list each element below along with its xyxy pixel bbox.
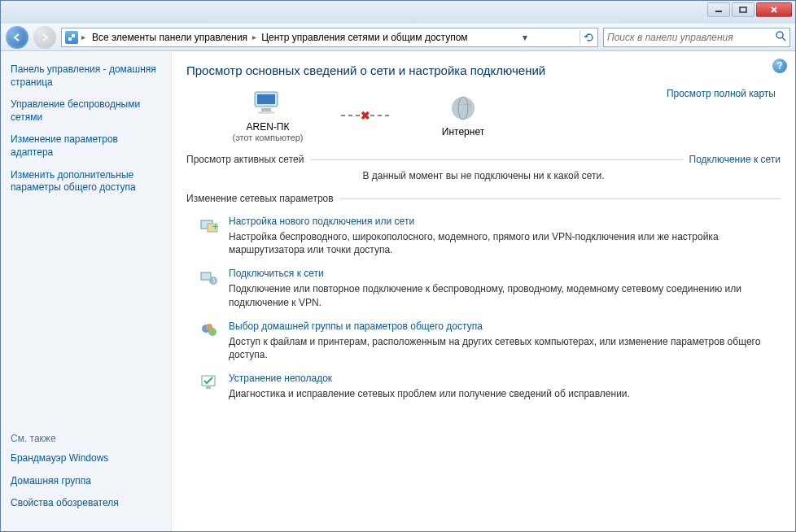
svg-point-17 [206, 324, 212, 330]
task-new-connection-desc: Настройка беспроводного, широкополосного… [229, 230, 781, 256]
task-new-connection-link[interactable]: Настройка нового подключения или сети [229, 216, 781, 227]
close-button[interactable] [756, 2, 792, 17]
firewall-link[interactable]: Брандмауэр Windows [11, 452, 161, 465]
homegroup-icon [199, 321, 219, 340]
control-panel-icon [65, 31, 78, 44]
sidebar-top: Панель управления - домашняя страница Уп… [11, 63, 161, 433]
no-networks-message: В данный момент вы не подключены ни к ка… [186, 170, 781, 181]
task-connect: Подключиться к сети Подключение или повт… [199, 268, 781, 308]
disconnected-icon: ✖ [361, 109, 370, 122]
svg-rect-0 [715, 11, 722, 12]
refresh-button[interactable] [580, 30, 594, 45]
task-troubleshoot-link[interactable]: Устранение неполадок [229, 373, 630, 384]
pc-name: AREN-ПК [247, 121, 290, 133]
history-dropdown-icon[interactable]: ▾ [518, 30, 532, 45]
adapter-settings-link[interactable]: Изменение параметров адаптера [11, 133, 161, 159]
task-troubleshoot-desc: Диагностика и исправление сетевых пробле… [229, 387, 630, 400]
new-connection-icon: + [199, 216, 219, 235]
active-networks-label: Просмотр активных сетей [186, 154, 304, 165]
homegroup-link[interactable]: Домашняя группа [11, 475, 161, 488]
see-also-label: См. также [11, 433, 161, 444]
pc-node: AREN-ПК (этот компьютер) [219, 89, 317, 142]
search-icon[interactable] [775, 30, 786, 44]
connect-icon [199, 268, 219, 287]
connect-to-network-link[interactable]: Подключение к сети [689, 154, 781, 165]
svg-rect-4 [257, 94, 275, 104]
window-buttons [707, 2, 792, 17]
svg-rect-1 [740, 7, 746, 12]
change-settings-label: Изменение сетевых параметров [186, 193, 334, 204]
minimize-button[interactable] [707, 2, 730, 17]
task-connect-link[interactable]: Подключиться к сети [229, 268, 781, 279]
task-troubleshoot: Устранение неполадок Диагностика и испра… [199, 373, 781, 400]
maximize-button[interactable] [732, 2, 754, 17]
change-settings-section: Изменение сетевых параметров [186, 193, 781, 204]
connection-line: ✖ [341, 115, 390, 116]
svg-rect-13 [201, 273, 211, 280]
divider [340, 198, 781, 199]
window: ▸ Все элементы панели управления ▸ Центр… [0, 0, 796, 532]
svg-point-2 [776, 32, 783, 38]
internet-options-link[interactable]: Свойства обозревателя [11, 497, 161, 510]
advanced-sharing-link[interactable]: Изменить дополнительные параметры общего… [11, 169, 161, 194]
task-homegroup-link[interactable]: Выбор домашней группы и параметров общег… [229, 321, 781, 332]
help-icon[interactable]: ? [772, 59, 787, 73]
body: Панель управления - домашняя страница Уп… [1, 51, 795, 531]
internet-node: Интернет [414, 94, 512, 137]
svg-point-7 [452, 97, 475, 120]
internet-label: Интернет [442, 126, 484, 137]
navigation-bar: ▸ Все элементы панели управления ▸ Центр… [1, 24, 795, 51]
manage-wireless-link[interactable]: Управление беспроводными сетями [11, 98, 161, 124]
svg-text:+: + [212, 221, 218, 233]
breadcrumb-all-items[interactable]: Все элементы панели управления [89, 30, 251, 45]
search-input[interactable] [607, 32, 775, 43]
search-box[interactable] [603, 28, 790, 47]
pc-sublabel: (этот компьютер) [232, 133, 303, 142]
task-new-connection: + Настройка нового подключения или сети … [199, 216, 781, 256]
chevron-right-icon: ▸ [252, 33, 256, 41]
svg-rect-6 [258, 111, 274, 114]
chevron-right-icon: ▸ [81, 33, 85, 41]
computer-icon [250, 89, 286, 118]
sidebar: Панель управления - домашняя страница Уп… [1, 52, 172, 531]
task-homegroup: Выбор домашней группы и параметров общег… [199, 321, 781, 361]
task-homegroup-desc: Доступ к файлам и принтерам, расположенн… [229, 335, 781, 361]
svg-rect-5 [261, 108, 271, 111]
svg-rect-19 [206, 386, 211, 389]
content: ? Просмотр основных сведений о сети и на… [172, 52, 795, 531]
breadcrumb-current[interactable]: Центр управления сетями и общим доступом [258, 30, 471, 45]
task-connect-desc: Подключение или повторное подключение к … [229, 282, 781, 308]
divider [310, 159, 682, 160]
titlebar [1, 1, 795, 24]
back-button[interactable] [6, 26, 28, 49]
globe-icon [445, 94, 481, 123]
forward-button[interactable] [33, 26, 56, 49]
sidebar-see-also: См. также Брандмауэр Windows Домашняя гр… [11, 433, 161, 520]
control-panel-home-link[interactable]: Панель управления - домашняя страница [11, 63, 161, 89]
address-bar[interactable]: ▸ Все элементы панели управления ▸ Центр… [61, 28, 598, 47]
view-full-map-link[interactable]: Просмотр полной карты [667, 88, 776, 101]
active-networks-section: Просмотр активных сетей Подключение к се… [186, 154, 781, 165]
svg-point-14 [209, 277, 217, 285]
page-title: Просмотр основных сведений о сети и наст… [186, 63, 781, 77]
troubleshoot-icon [199, 373, 219, 392]
breadcrumb: Все элементы панели управления ▸ Центр у… [89, 30, 471, 45]
